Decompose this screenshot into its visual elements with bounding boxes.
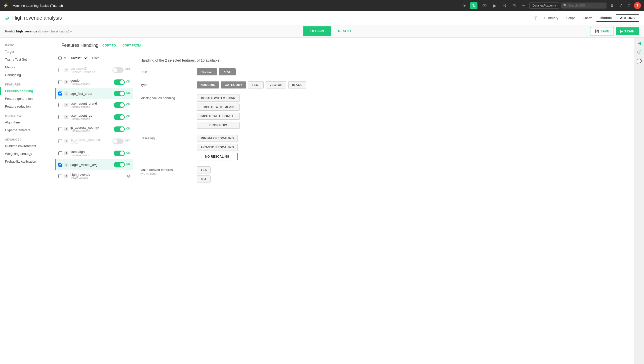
tab-design[interactable]: DESIGN	[303, 26, 331, 36]
toggle-user-agent-brand[interactable]: ON	[114, 102, 130, 108]
type-image-button[interactable]: IMAGE	[288, 81, 306, 88]
toggle-ip-address-geopoint[interactable]: OFF	[112, 139, 130, 144]
sidebar-item-feature-generation[interactable]: Feature generation	[0, 95, 55, 103]
toggle-gender[interactable]: ON	[114, 79, 130, 85]
dataset-select[interactable]: Dataset	[68, 55, 88, 61]
nav-icon-refresh[interactable]: ↻	[470, 2, 477, 9]
sidebar-item-features-handling[interactable]: Features handling	[0, 87, 55, 95]
tab-script[interactable]: Script	[562, 15, 579, 21]
right-edge-chat-icon[interactable]: 💬	[637, 59, 642, 64]
sidebar-item-feature-reduction[interactable]: Feature reduction	[0, 103, 55, 110]
checkbox-ip-address-geopoint[interactable]	[58, 139, 62, 143]
copy-from-button[interactable]: COPY FROM...	[123, 44, 143, 47]
checkbox-pages-visited-avg[interactable]	[58, 163, 62, 167]
ds-logo: ⊕	[5, 15, 9, 21]
feature-row-age-first-order[interactable]: # age_first_order ON	[55, 88, 133, 99]
save-button[interactable]: 💾 SAVE	[590, 27, 614, 35]
sidebar-item-target[interactable]: Target	[0, 48, 55, 56]
analytics-icon[interactable]: ⤴	[626, 2, 632, 9]
info-icon[interactable]: ⓘ	[534, 16, 537, 20]
filter-input[interactable]	[90, 55, 132, 61]
minmax-button[interactable]: MIN-MAX RESCALING	[197, 135, 238, 142]
derived-yes-button[interactable]: YES	[197, 166, 211, 173]
settings-row-rescaling: Rescaling MIN-MAX RESCALING AVG-STD RESC…	[140, 135, 627, 160]
drop-row-button[interactable]: DROP ROW	[197, 122, 240, 129]
role-reject-button[interactable]: REJECT	[197, 68, 217, 75]
type-badge-user-agent-brand: A	[64, 103, 68, 107]
tab-charts[interactable]: Charts	[579, 15, 596, 21]
help-icon[interactable]: ?	[618, 2, 624, 9]
avgstd-button[interactable]: AVG-STD RESCALING	[197, 144, 238, 151]
grid-icon[interactable]: ⠿	[609, 2, 616, 9]
type-text-button[interactable]: TEXT	[248, 81, 264, 88]
checkbox-campaign[interactable]	[58, 151, 62, 155]
sidebar-item-debugging[interactable]: Debugging	[0, 71, 55, 79]
feature-row-customerid[interactable]: A customerID Rejected, unique ID OFF	[55, 64, 133, 76]
toggle-age-first-order[interactable]: ON	[114, 91, 130, 96]
search-input[interactable]	[561, 3, 607, 9]
no-rescaling-button[interactable]: NO RESCALING	[197, 153, 238, 160]
sidebar-item-train-test[interactable]: Train / Test Set	[0, 56, 55, 63]
role-input-button[interactable]: INPUT	[219, 68, 236, 75]
tab-result[interactable]: RESULT	[331, 26, 359, 36]
train-button[interactable]: ▶ TRAIN	[616, 27, 639, 35]
feature-row-user-agent-brand[interactable]: A user_agent_brand Dummy-encode ON	[55, 99, 133, 111]
actions-button[interactable]: ACTIONS	[616, 14, 639, 22]
nav-icon-print[interactable]: 🖨	[500, 2, 508, 9]
toggle-ip-address-country[interactable]: ON	[114, 126, 130, 132]
feature-row-ip-address-geopoint[interactable]: A ip_address_geopoint Reject OFF	[55, 135, 133, 147]
toggle-user-agent-os[interactable]: ON	[114, 114, 130, 120]
impute-mean-button[interactable]: IMPUTE WITH MEAN	[197, 104, 240, 111]
tab-summary[interactable]: Summary	[540, 15, 562, 21]
feature-name-user-agent-os: user_agent_os	[70, 114, 112, 117]
right-edge-collapse-icon[interactable]: ◀	[638, 41, 641, 46]
feature-row-ip-address-country[interactable]: A ip_address_country Dummy-encode ON	[55, 123, 133, 135]
sort-icon[interactable]: ≡	[64, 56, 66, 60]
nav-icon-code[interactable]: </>	[479, 2, 489, 9]
sidebar-item-algorithms[interactable]: Algorithms	[0, 118, 55, 126]
toggle-pages-visited-avg[interactable]: ON	[114, 162, 130, 167]
sidebar-item-weighting[interactable]: Weighting strategy	[0, 150, 55, 158]
toggle-customerid[interactable]: OFF	[112, 67, 130, 73]
rescaling-buttons: MIN-MAX RESCALING AVG-STD RESCALING NO R…	[197, 135, 238, 160]
dataiku-academy-btn[interactable]: Dataiku Academy	[529, 3, 559, 9]
main-layout: BASIC Target Train / Test Set Metrics De…	[0, 38, 644, 364]
feature-row-user-agent-os[interactable]: A user_agent_os Dummy-encode ON	[55, 111, 133, 123]
type-numeric-button[interactable]: NUMERIC	[197, 81, 219, 88]
checkbox-ip-address-country[interactable]	[58, 127, 62, 131]
impute-median-button[interactable]: IMPUTE WITH MEDIAN	[197, 95, 240, 102]
feature-name-ip-address-country: ip_address_country	[70, 126, 112, 129]
tab-models[interactable]: Models	[596, 14, 616, 22]
type-badge-gender: A	[64, 80, 68, 84]
feature-row-pages-visited-avg[interactable]: # pages_visited_avg ON	[55, 159, 133, 170]
toggle-campaign[interactable]: ON	[114, 151, 130, 156]
derived-no-button[interactable]: NO	[197, 175, 211, 183]
checkbox-age-first-order[interactable]	[58, 92, 62, 96]
sidebar-item-runtime[interactable]: Runtime environment	[0, 142, 55, 150]
avatar[interactable]: T	[634, 2, 641, 9]
impute-const-button[interactable]: IMPUTE WITH CONST...	[197, 113, 240, 120]
sidebar-item-metrics[interactable]: Metrics	[0, 63, 55, 71]
dropdown-arrow-icon[interactable]: ▾	[70, 29, 72, 33]
type-vector-button[interactable]: VECTOR	[266, 81, 286, 88]
right-edge-info-icon[interactable]: ⓘ	[637, 50, 641, 55]
feature-row-high-revenue[interactable]: A high_revenue Target variable ⊙	[55, 170, 133, 182]
copy-to-button[interactable]: COPY TO...	[102, 44, 118, 47]
rescaling-label: Rescaling	[140, 135, 191, 140]
checkbox-user-agent-brand[interactable]	[58, 103, 62, 107]
sidebar-item-hyperparameters[interactable]: Hyperparameters	[0, 126, 55, 134]
nav-icon-play[interactable]: ▶	[491, 2, 498, 9]
checkbox-customerid[interactable]	[58, 68, 62, 72]
feature-row-campaign[interactable]: A campaign Dummy-encode ON	[55, 147, 133, 159]
checkbox-high-revenue[interactable]	[58, 174, 62, 178]
sidebar-item-calibration[interactable]: Probability calibration	[0, 158, 55, 165]
feature-row-gender[interactable]: A gender Dummy-encode ON	[55, 76, 133, 88]
feature-info-age-first-order: age_first_order	[70, 92, 112, 96]
nav-icon-send[interactable]: ➤	[461, 2, 468, 9]
nav-icon-grid[interactable]: ⊞	[510, 2, 518, 9]
nav-icon-more[interactable]: ···	[520, 2, 527, 9]
checkbox-user-agent-os[interactable]	[58, 115, 62, 119]
type-category-button[interactable]: CATEGORY	[221, 81, 246, 88]
select-all-checkbox[interactable]	[58, 56, 62, 60]
checkbox-gender[interactable]	[58, 80, 62, 84]
